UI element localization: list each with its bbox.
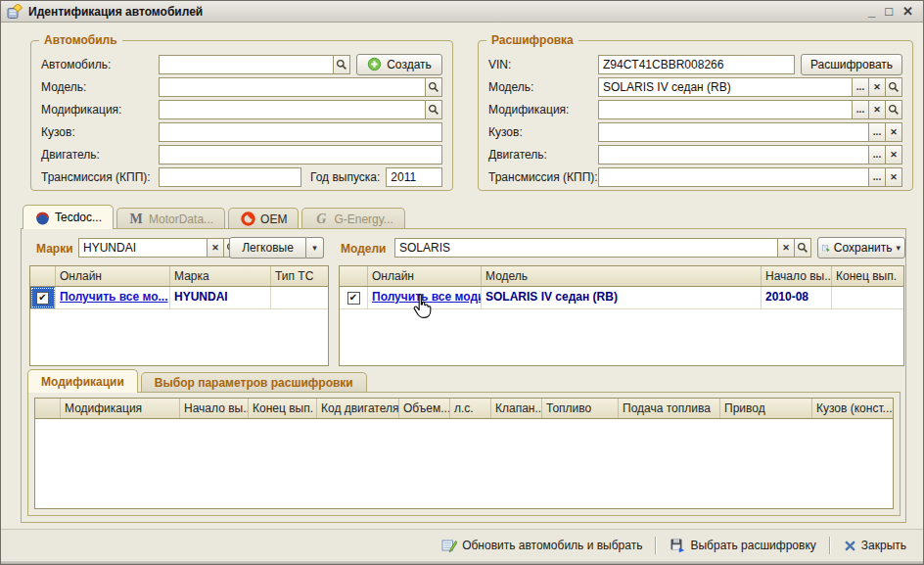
models-header-model: Модель [482,266,762,286]
decode-engine-choose-button[interactable]: ... [868,145,886,165]
vin-input[interactable] [598,55,795,74]
brands-clear-button[interactable]: ✕ [207,238,224,258]
decode-engine-input[interactable] [598,145,869,165]
brands-row-checkbox-cell[interactable]: ✔ [30,287,56,308]
brands-filter-input[interactable] [78,238,208,258]
decode-model-clear-button[interactable]: ✕ [868,77,886,97]
decode-transmission-input[interactable] [598,167,869,187]
decode-transmission-clear-button[interactable]: ✕ [885,167,902,187]
decode-modification-clear-button[interactable]: ✕ [868,100,886,119]
create-button-label: Создать [387,58,432,71]
models-row-model-cell: SOLARIS IV седан (RB) [482,287,762,308]
car-input[interactable] [159,55,334,74]
get-all-models-link[interactable]: Получить все мо... [60,290,168,304]
close-window-button[interactable]: Закрыть [840,536,910,555]
decode-button[interactable]: Расшифровать [801,54,902,75]
tab-tecdoc[interactable]: Tecdoc... [23,205,114,229]
checkbox-checked-icon[interactable]: ✔ [347,292,360,305]
models-row-checkbox-cell[interactable]: ✔ [340,287,368,308]
tecdoc-icon [34,210,50,225]
minimize-button[interactable]: _ [868,5,875,19]
ellipsis-icon: ... [873,149,881,160]
tab-motordata[interactable]: M MotorData... [116,208,225,229]
modifications-table-header: Модификация Начало вы... Конец вып. Код … [35,399,893,419]
decode-model-input[interactable] [598,77,853,97]
tecdoc-tab-page: Марки ✕ Легковые ▾ Модели ✕ Сохранить [21,228,906,523]
models-table-row: ✔ Получить все модиф... SOLARIS IV седан… [340,287,903,309]
create-button[interactable]: Создать [356,54,442,75]
search-icon [336,59,347,71]
search-icon [888,81,900,93]
decode-transmission-choose-button[interactable]: ... [868,167,886,187]
modification-input[interactable] [159,100,426,119]
mods-header-end: Конец вып. [249,399,317,418]
search-icon [428,104,439,116]
brands-header-online: Онлайн [56,266,170,286]
oem-icon [240,212,255,227]
decode-body-input[interactable] [598,122,869,142]
motordata-icon: M [128,212,144,227]
close-button-label: Закрыть [861,539,906,552]
models-clear-button[interactable]: ✕ [777,238,795,258]
decode-body-clear-button[interactable]: ✕ [885,122,902,142]
engine-input[interactable] [159,145,442,165]
save-button[interactable]: Сохранить ▾ [817,237,905,259]
modifications-panel: Модификация Начало вы... Конец вып. Код … [27,392,901,516]
decode-modification-choose-button[interactable]: ... [852,100,869,119]
decode-modification-input[interactable] [598,100,853,119]
year-input[interactable] [386,167,442,187]
tab-modifications[interactable]: Модификации [27,369,138,393]
chevron-down-icon: ▾ [896,243,901,253]
car-search-button[interactable] [333,55,350,74]
mods-header-body: Кузов (конст... [812,399,893,418]
models-filter-input[interactable] [394,238,778,258]
decode-group: Расшифровка VIN: Расшифровать Модель: ..… [478,40,913,191]
tab-genergy[interactable]: G G-Energy... [301,208,404,229]
close-button[interactable]: ✕ [902,5,913,19]
search-icon [797,242,808,254]
decode-modification-search-button[interactable] [885,100,902,119]
tab-oem[interactable]: OEM [228,208,299,229]
brands-row-brand-cell: HYUNDAI [170,287,271,308]
ellipsis-icon: ... [873,171,881,182]
year-label: Год выпуска: [310,170,380,184]
model-input[interactable] [159,77,426,97]
decode-model-label: Модель: [488,80,598,94]
footer-separator [655,537,657,554]
checkbox-checked-icon[interactable]: ✔ [36,292,49,305]
transmission-input[interactable] [159,167,301,187]
body-input[interactable] [159,122,442,142]
mods-header-rowmarker-column [35,399,61,418]
decode-button-label: Расшифровать [810,58,893,71]
decode-body-choose-button[interactable]: ... [868,122,886,142]
brands-row-online-cell: Получить все мо... [56,287,170,308]
update-car-and-select-button[interactable]: Обновить автомобиль и выбрать [438,535,646,556]
brands-header-type: Тип ТС [271,266,328,286]
modification-label: Модификация: [41,103,159,117]
decode-model-choose-button[interactable]: ... [852,77,869,97]
maximize-button[interactable]: □ [885,5,893,19]
tab-decode-parameters[interactable]: Выбор параметров расшифровки [141,372,367,393]
select-decode-button[interactable]: Выбрать расшифровку [666,535,819,556]
vehicle-type-dropdown[interactable]: Легковые ▾ [229,237,324,259]
modification-search-button[interactable] [425,100,442,119]
source-tabstrip: Tecdoc... M MotorData... OEM G G-Energy.… [23,206,405,229]
search-icon [888,104,900,116]
decode-model-search-button[interactable] [885,77,902,97]
brands-table: Онлайн Марка Тип ТС ✔ Получить все мо...… [29,265,329,366]
mods-header-hp: л.с. [450,399,491,418]
chevron-down-icon[interactable]: ▾ [306,237,324,259]
decode-engine-clear-button[interactable]: ✕ [885,145,902,165]
mods-header-engine-code: Код двигателя [317,399,399,418]
get-all-modifications-link[interactable]: Получить все модиф... [372,290,482,304]
clear-icon: ✕ [890,150,898,160]
vehicle-type-value[interactable]: Легковые [229,237,306,259]
clear-icon: ✕ [890,127,898,137]
model-search-button[interactable] [425,77,442,97]
save-select-icon [670,538,685,553]
decode-engine-label: Двигатель: [488,148,598,162]
search-icon [428,81,439,93]
engine-label: Двигатель: [41,148,159,162]
models-search-button[interactable] [794,238,811,258]
tab-tecdoc-label: Tecdoc... [55,211,102,224]
